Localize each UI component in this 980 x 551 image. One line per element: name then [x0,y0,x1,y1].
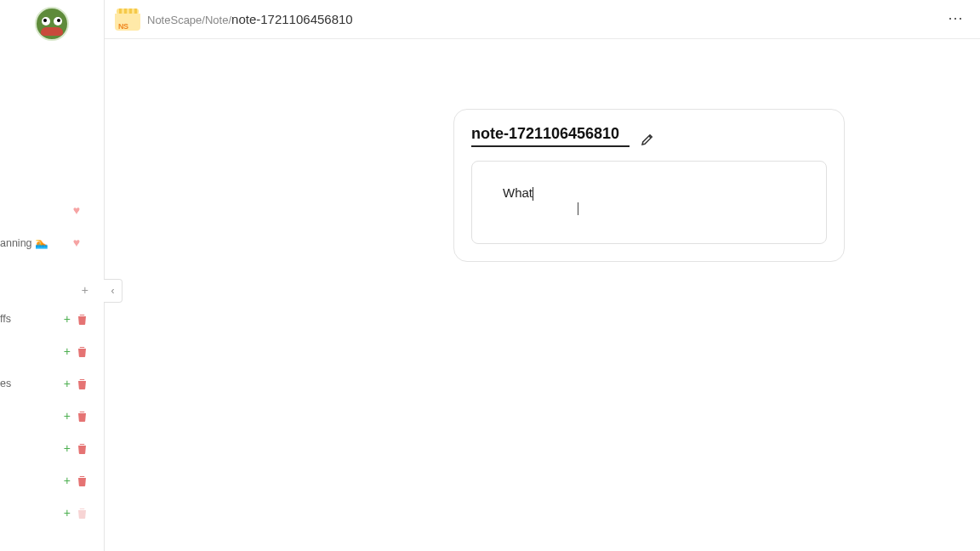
sidebar-favorite-item[interactable]: anning 🏊 ♥ [0,226,104,258]
add-child-icon[interactable]: + [64,409,71,423]
trash-icon[interactable] [77,443,87,454]
add-child-icon[interactable]: + [64,506,71,520]
sidebar-item-label: anning 🏊 [0,236,73,249]
heart-icon: ♥ [73,203,80,217]
sidebar-item-label: ffs [0,313,104,325]
main-area: NS NoteScape/Note/note-1721106456810 ⋯ n… [105,0,980,551]
add-child-icon[interactable]: + [64,377,71,390]
note-body-text: What [503,185,533,200]
app-logo[interactable]: NS [113,8,142,31]
user-avatar[interactable] [35,7,69,41]
more-icon: ⋯ [948,9,965,26]
note-card: note-1721106456810 What [453,109,845,262]
sidebar-note-item[interactable]: + [0,400,104,432]
sidebar-spacer [0,41,104,194]
breadcrumb-root[interactable]: NoteScape [147,14,202,26]
trash-icon[interactable] [77,378,87,389]
add-child-icon[interactable]: + [64,312,71,326]
more-menu-button[interactable]: ⋯ [948,10,965,29]
add-child-icon[interactable]: + [64,441,71,455]
trash-icon[interactable] [77,346,87,357]
sidebar-note-item[interactable]: es + [0,367,104,400]
add-child-icon[interactable]: + [64,344,71,358]
breadcrumb-current: note-1721106456810 [231,12,353,26]
add-child-icon[interactable]: + [64,474,71,487]
heart-icon: ♥ [73,236,80,249]
sidebar-note-item[interactable]: + [0,335,104,367]
note-title[interactable]: note-1721106456810 [471,125,630,147]
trash-icon[interactable] [77,508,87,519]
sidebar-note-item[interactable]: + [0,464,104,497]
sidebar-item-label: es [0,378,104,389]
app-logo-text: NS [118,22,128,31]
secondary-caret [578,202,578,215]
edit-title-icon[interactable] [640,132,655,147]
sidebar-add-group[interactable]: + [0,277,104,303]
topbar: NS NoteScape/Note/note-1721106456810 ⋯ [105,0,980,39]
trash-icon[interactable] [77,411,87,422]
sidebar: ♥ anning 🏊 ♥ + ffs + + [0,0,105,551]
breadcrumb-section[interactable]: Note [205,14,228,26]
note-title-row: note-1721106456810 [471,125,827,147]
sidebar-favorite-item[interactable]: ♥ [0,194,104,226]
text-caret [533,187,533,201]
sidebar-note-item[interactable]: + [0,432,104,464]
note-editor[interactable]: What [471,161,827,244]
trash-icon[interactable] [77,475,87,486]
plus-icon: + [82,283,88,297]
sidebar-note-item[interactable]: + [0,497,104,529]
trash-icon[interactable] [77,314,87,325]
avatar-container [0,0,104,41]
breadcrumb: NoteScape/Note/note-1721106456810 [147,12,353,26]
app-root: ♥ anning 🏊 ♥ + ffs + + [0,0,980,551]
spacer [0,258,104,277]
content-area: note-1721106456810 What [105,39,980,551]
sidebar-note-item[interactable]: ffs + [0,303,104,335]
